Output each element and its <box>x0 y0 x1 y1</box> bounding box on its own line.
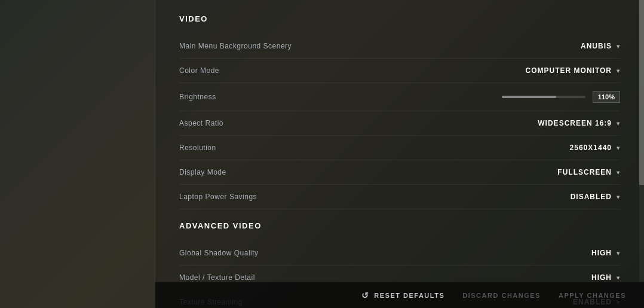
settings-panel: Video Main Menu Background Scenery ANUBI… <box>0 0 644 308</box>
reset-defaults-button[interactable]: ↺ RESET DEFAULTS <box>361 291 444 300</box>
chevron-icon-color-mode: ▾ <box>617 68 620 74</box>
value-aspect-ratio[interactable]: WIDESCREEN 16:9 ▾ <box>538 119 620 127</box>
setting-row-resolution: Resolution 2560X1440 ▾ <box>179 136 620 160</box>
apply-changes-button[interactable]: APPLY CHANGES <box>559 292 626 299</box>
setting-row-laptop-power: Laptop Power Savings DISABLED ▾ <box>179 185 620 209</box>
value-texture-detail[interactable]: HIGH ▾ <box>591 273 620 282</box>
main-content: Video Main Menu Background Scenery ANUBI… <box>155 0 644 308</box>
label-color-mode: Color Mode <box>179 66 219 75</box>
setting-row-display-mode: Display Mode FULLSCREEN ▾ <box>179 160 620 185</box>
discard-changes-button[interactable]: DISCARD CHANGES <box>462 292 541 299</box>
label-aspect-ratio: Aspect Ratio <box>179 119 223 127</box>
value-main-menu-bg[interactable]: ANUBIS ▾ <box>581 42 620 50</box>
advanced-video-section-title: Advanced Video <box>179 221 620 230</box>
value-display-mode[interactable]: FULLSCREEN ▾ <box>557 168 620 176</box>
chevron-icon-laptop-power: ▾ <box>617 194 620 200</box>
value-color-mode[interactable]: COMPUTER MONITOR ▾ <box>526 66 620 75</box>
chevron-icon-display-mode: ▾ <box>617 169 620 176</box>
reset-icon: ↺ <box>361 291 370 300</box>
setting-row-color-mode: Color Mode COMPUTER MONITOR ▾ <box>179 59 620 83</box>
label-texture-detail: Model / Texture Detail <box>179 273 255 282</box>
chevron-icon-aspect-ratio: ▾ <box>617 120 620 127</box>
setting-row-aspect-ratio: Aspect Ratio WIDESCREEN 16:9 ▾ <box>179 111 620 136</box>
video-section-title: Video <box>179 14 620 23</box>
chevron-icon-main-menu-bg: ▾ <box>617 43 620 50</box>
value-resolution[interactable]: 2560X1440 ▾ <box>570 144 620 152</box>
label-shadow-quality: Global Shadow Quality <box>179 249 259 257</box>
brightness-slider-fill <box>502 96 556 98</box>
brightness-slider[interactable] <box>502 96 585 98</box>
chevron-icon-texture-detail: ▾ <box>617 275 620 281</box>
brightness-control: 110% <box>502 91 620 103</box>
value-laptop-power[interactable]: DISABLED ▾ <box>571 193 620 201</box>
value-shadow-quality[interactable]: HIGH ▾ <box>591 249 620 257</box>
label-main-menu-bg: Main Menu Background Scenery <box>179 42 292 50</box>
chevron-icon-shadow-quality: ▾ <box>617 250 620 257</box>
setting-row-main-menu-bg: Main Menu Background Scenery ANUBIS ▾ <box>179 34 620 59</box>
brightness-value[interactable]: 110% <box>593 91 620 103</box>
label-resolution: Resolution <box>179 144 216 152</box>
label-display-mode: Display Mode <box>179 168 226 176</box>
setting-row-shadow-quality: Global Shadow Quality HIGH ▾ <box>179 241 620 266</box>
scrollbar-track[interactable] <box>639 0 644 308</box>
chevron-icon-resolution: ▾ <box>617 145 620 151</box>
label-brightness: Brightness <box>179 93 216 101</box>
scrollbar-thumb[interactable] <box>639 0 644 185</box>
section-gap: Advanced Video <box>179 221 620 230</box>
setting-row-brightness: Brightness 110% <box>179 83 620 111</box>
footer: ↺ RESET DEFAULTS DISCARD CHANGES APPLY C… <box>155 282 644 308</box>
left-sidebar <box>0 0 155 308</box>
label-laptop-power: Laptop Power Savings <box>179 193 257 201</box>
